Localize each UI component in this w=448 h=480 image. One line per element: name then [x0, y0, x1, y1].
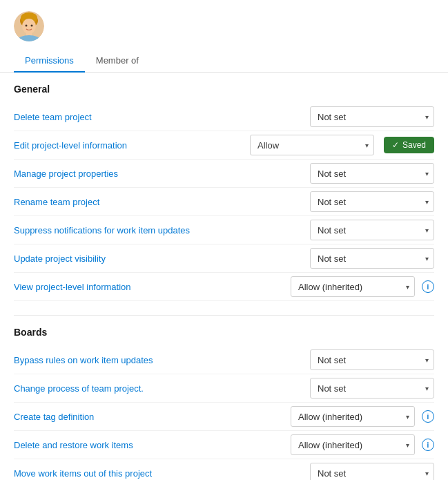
row-right-bypass-rules: Not setAllowDenyAllow (inherited)Deny (i… — [310, 349, 434, 370]
tab-bar: Permissions Member of — [0, 44, 448, 73]
permission-row-delete-team-project: Delete team projectNot setAllowDenyAllow… — [14, 103, 434, 131]
permission-label-bypass-rules[interactable]: Bypass rules on work item updates — [14, 355, 304, 365]
permission-select-create-tag[interactable]: Not setAllowDenyAllow (inherited)Deny (i… — [291, 406, 415, 427]
row-right-rename-team-project: Not setAllowDenyAllow (inherited)Deny (i… — [310, 191, 434, 212]
permission-select-view-project-level-info[interactable]: Not setAllowDenyAllow (inherited)Deny (i… — [291, 276, 415, 297]
permission-label-view-project-level-info[interactable]: View project-level information — [14, 282, 285, 292]
permission-label-manage-project-properties[interactable]: Manage project properties — [14, 169, 304, 179]
row-right-delete-team-project: Not setAllowDenyAllow (inherited)Deny (i… — [310, 106, 434, 127]
info-icon[interactable]: i — [422, 439, 434, 451]
tab-permissions[interactable]: Permissions — [14, 50, 85, 73]
check-icon: ✓ — [392, 140, 399, 150]
permission-select-delete-restore[interactable]: Not setAllowDenyAllow (inherited)Deny (i… — [291, 434, 415, 455]
row-right-manage-project-properties: Not setAllowDenyAllow (inherited)Deny (i… — [310, 163, 434, 184]
tab-member-of[interactable]: Member of — [85, 50, 150, 73]
permission-label-delete-team-project[interactable]: Delete team project — [14, 112, 304, 122]
permission-label-change-process[interactable]: Change process of team project. — [14, 383, 304, 394]
permission-label-update-project-visibility[interactable]: Update project visibility — [14, 253, 304, 264]
row-right-edit-project-level-info: Not setAllowDenyAllow (inherited)Deny (i… — [250, 135, 434, 155]
permission-row-manage-project-properties: Manage project propertiesNot setAllowDen… — [14, 160, 434, 188]
select-wrapper-manage-project-properties: Not setAllowDenyAllow (inherited)Deny (i… — [310, 163, 434, 184]
main-content: GeneralDelete team projectNot setAllowDe… — [0, 73, 448, 480]
permission-label-move-work-items[interactable]: Move work items out of this project — [14, 468, 304, 479]
permission-label-edit-project-level-info[interactable]: Edit project-level information — [14, 140, 244, 151]
select-wrapper-move-work-items: Not setAllowDenyAllow (inherited)Deny (i… — [310, 463, 434, 480]
permission-select-edit-project-level-info[interactable]: Not setAllowDenyAllow (inherited)Deny (i… — [250, 135, 374, 155]
permission-select-delete-team-project[interactable]: Not setAllowDenyAllow (inherited)Deny (i… — [310, 106, 434, 127]
row-right-move-work-items: Not setAllowDenyAllow (inherited)Deny (i… — [310, 463, 434, 480]
saved-label: Saved — [402, 140, 426, 150]
permission-select-bypass-rules[interactable]: Not setAllowDenyAllow (inherited)Deny (i… — [310, 349, 434, 370]
select-wrapper-bypass-rules: Not setAllowDenyAllow (inherited)Deny (i… — [310, 349, 434, 370]
select-wrapper-update-project-visibility: Not setAllowDenyAllow (inherited)Deny (i… — [310, 248, 434, 269]
info-icon[interactable]: i — [422, 280, 434, 293]
permission-row-update-project-visibility: Update project visibilityNot setAllowDen… — [14, 244, 434, 273]
permission-row-edit-project-level-info: Edit project-level informationNot setAll… — [14, 131, 434, 160]
section-title-general: General — [14, 84, 434, 95]
page-header — [0, 0, 448, 41]
select-wrapper-create-tag: Not setAllowDenyAllow (inherited)Deny (i… — [291, 406, 415, 427]
permission-row-view-project-level-info: View project-level informationNot setAll… — [14, 273, 434, 301]
select-wrapper-edit-project-level-info: Not setAllowDenyAllow (inherited)Deny (i… — [250, 135, 374, 155]
select-wrapper-suppress-notifications: Not setAllowDenyAllow (inherited)Deny (i… — [310, 220, 434, 240]
section-title-boards: Boards — [14, 327, 434, 338]
svg-point-3 — [22, 19, 36, 34]
section-divider — [14, 315, 434, 316]
permission-row-create-tag: Create tag definitionNot setAllowDenyAll… — [14, 403, 434, 431]
svg-point-4 — [26, 25, 28, 27]
permission-select-update-project-visibility[interactable]: Not setAllowDenyAllow (inherited)Deny (i… — [310, 248, 434, 269]
row-right-update-project-visibility: Not setAllowDenyAllow (inherited)Deny (i… — [310, 248, 434, 269]
permission-label-rename-team-project[interactable]: Rename team project — [14, 197, 304, 207]
permission-row-change-process: Change process of team project.Not setAl… — [14, 374, 434, 403]
select-wrapper-view-project-level-info: Not setAllowDenyAllow (inherited)Deny (i… — [291, 276, 415, 297]
row-right-change-process: Not setAllowDenyAllow (inherited)Deny (i… — [310, 378, 434, 399]
permission-row-move-work-items: Move work items out of this projectNot s… — [14, 459, 434, 480]
row-right-suppress-notifications: Not setAllowDenyAllow (inherited)Deny (i… — [310, 220, 434, 240]
row-right-create-tag: Not setAllowDenyAllow (inherited)Deny (i… — [291, 406, 434, 427]
select-wrapper-rename-team-project: Not setAllowDenyAllow (inherited)Deny (i… — [310, 191, 434, 212]
permission-select-change-process[interactable]: Not setAllowDenyAllow (inherited)Deny (i… — [310, 378, 434, 399]
permission-label-create-tag[interactable]: Create tag definition — [14, 412, 285, 422]
saved-badge: ✓Saved — [384, 137, 434, 153]
section-general: GeneralDelete team projectNot setAllowDe… — [14, 84, 434, 301]
permission-row-suppress-notifications: Suppress notifications for work item upd… — [14, 216, 434, 244]
permission-select-manage-project-properties[interactable]: Not setAllowDenyAllow (inherited)Deny (i… — [310, 163, 434, 184]
permission-row-bypass-rules: Bypass rules on work item updatesNot set… — [14, 346, 434, 374]
permission-select-rename-team-project[interactable]: Not setAllowDenyAllow (inherited)Deny (i… — [310, 191, 434, 212]
permission-select-move-work-items[interactable]: Not setAllowDenyAllow (inherited)Deny (i… — [310, 463, 434, 480]
permission-row-delete-restore: Delete and restore work itemsNot setAllo… — [14, 431, 434, 459]
permission-label-delete-restore[interactable]: Delete and restore work items — [14, 440, 285, 450]
permission-row-rename-team-project: Rename team projectNot setAllowDenyAllow… — [14, 188, 434, 216]
section-boards: BoardsBypass rules on work item updatesN… — [14, 327, 434, 480]
avatar — [14, 11, 44, 41]
select-wrapper-change-process: Not setAllowDenyAllow (inherited)Deny (i… — [310, 378, 434, 399]
info-icon[interactable]: i — [422, 410, 434, 423]
svg-point-5 — [31, 25, 33, 27]
select-wrapper-delete-restore: Not setAllowDenyAllow (inherited)Deny (i… — [291, 434, 415, 455]
permission-label-suppress-notifications[interactable]: Suppress notifications for work item upd… — [14, 225, 304, 236]
permission-select-suppress-notifications[interactable]: Not setAllowDenyAllow (inherited)Deny (i… — [310, 220, 434, 240]
row-right-delete-restore: Not setAllowDenyAllow (inherited)Deny (i… — [291, 434, 434, 455]
row-right-view-project-level-info: Not setAllowDenyAllow (inherited)Deny (i… — [291, 276, 434, 297]
select-wrapper-delete-team-project: Not setAllowDenyAllow (inherited)Deny (i… — [310, 106, 434, 127]
